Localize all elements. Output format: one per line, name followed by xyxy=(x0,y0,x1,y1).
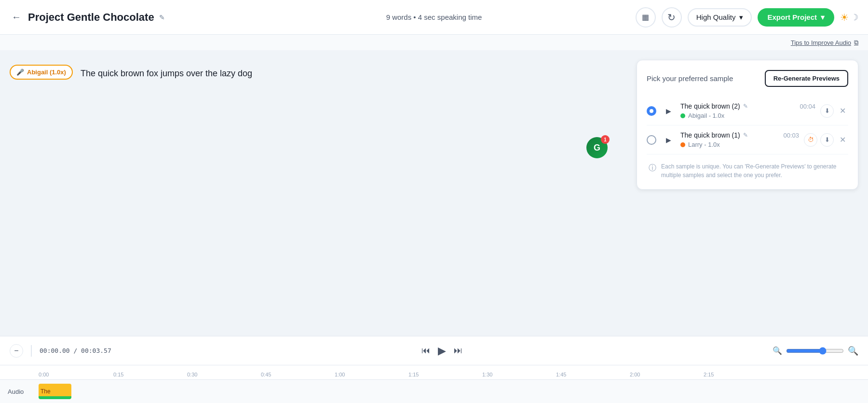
zoom-out-icon[interactable]: 🔍 xyxy=(773,346,782,355)
header-right: ▦ ↻ High Quality ▾ Export Project ▾ ☀ ☽ xyxy=(581,7,858,28)
info-icon: ⓘ xyxy=(649,163,656,180)
ruler-mark-145: 1:45 xyxy=(556,372,566,377)
sample-1-edit-icon[interactable]: ✎ xyxy=(743,103,748,110)
ruler-mark-0: 0:00 xyxy=(39,372,49,377)
tips-external-icon: ⧉ xyxy=(854,39,858,46)
timeline-area: 0:00 0:15 0:30 0:45 1:00 1:15 1:30 1:45 … xyxy=(0,365,868,403)
play-icon: ▶ xyxy=(666,107,671,115)
grammarly-label: G xyxy=(594,143,600,153)
zoom-out-button[interactable]: − xyxy=(10,344,23,358)
sample-1-name-row: The quick brown (2) ✎ 00:04 xyxy=(680,102,815,110)
sample-1-voice: Abigail - 1.0x xyxy=(688,112,724,119)
export-button[interactable]: Export Project ▾ xyxy=(758,8,834,27)
sample-1-status-dot xyxy=(680,113,685,118)
close-sample-2-button[interactable]: ✕ xyxy=(837,134,848,146)
sample-2-actions: ⏱ ⬇ ✕ xyxy=(804,133,848,147)
segment-text[interactable]: The quick brown fox jumps over the lazy … xyxy=(81,65,252,81)
ruler-mark-100: 1:00 xyxy=(335,372,345,377)
quality-label: High Quality xyxy=(696,13,736,21)
total-time: 00:03.57 xyxy=(81,347,111,354)
download-icon: ⬇ xyxy=(825,107,830,114)
sun-icon[interactable]: ☀ xyxy=(840,12,849,23)
ruler-mark-15: 0:15 xyxy=(113,372,123,377)
ruler-mark-130: 1:30 xyxy=(482,372,492,377)
theme-toggle[interactable]: ☀ ☽ xyxy=(840,12,858,23)
grammarly-badge[interactable]: G 1 xyxy=(586,137,608,158)
ruler-mark-30: 0:30 xyxy=(187,372,197,377)
playback-bar: − 00:00.00 / 00:03.57 ⏮ ▶ ⏭ 🔍 🔍 xyxy=(0,336,868,365)
playback-controls: ⏮ ▶ ⏭ xyxy=(119,345,765,357)
skip-back-button[interactable]: ⏮ xyxy=(421,346,430,356)
play-icon: ▶ xyxy=(666,136,671,144)
sample-radio-1[interactable] xyxy=(647,106,656,116)
sample-2-info: The quick brown (1) ✎ 00:03 Larry - 1.0x xyxy=(680,131,799,148)
tip-text: Each sample is unique. You can 'Re-Gener… xyxy=(661,162,846,180)
project-title: Project Gentle Chocolate xyxy=(28,11,154,24)
sample-1-duration: 00:04 xyxy=(800,103,815,110)
play-sample-2-button[interactable]: ▶ xyxy=(661,133,676,147)
zoom-controls: 🔍 🔍 xyxy=(773,346,858,356)
export-label: Export Project xyxy=(767,13,817,21)
sample-2-status-dot xyxy=(680,142,685,147)
download-sample-2-button[interactable]: ⬇ xyxy=(820,133,834,147)
refresh-button[interactable]: ↻ xyxy=(662,7,682,28)
sample-panel-header: Pick your preferred sample Re-Generate P… xyxy=(647,70,848,87)
back-button[interactable]: ← xyxy=(10,10,23,25)
clip-progress xyxy=(39,396,71,399)
sample-panel: Pick your preferred sample Re-Generate P… xyxy=(637,60,858,190)
minus-icon: − xyxy=(14,347,18,355)
stats-text: 9 words • 4 sec speaking time xyxy=(386,13,482,21)
time-display: 00:00.00 / 00:03.57 xyxy=(40,347,111,354)
edit-project-icon[interactable]: ✎ xyxy=(159,14,165,21)
header-stats: 9 words • 4 sec speaking time xyxy=(295,13,573,21)
regenerate-button[interactable]: Re-Generate Previews xyxy=(765,70,848,87)
zoom-slider[interactable] xyxy=(786,347,844,355)
export-caret-icon: ▾ xyxy=(821,13,825,22)
ruler-mark-115: 1:15 xyxy=(408,372,419,377)
grammarly-count: 1 xyxy=(601,135,610,144)
sample-2-voice: Larry - 1.0x xyxy=(688,141,720,148)
header: ← Project Gentle Chocolate ✎ 9 words • 4… xyxy=(0,0,868,35)
sample-2-edit-icon[interactable]: ✎ xyxy=(743,132,748,139)
editor-area: 🎤 Abigail (1.0x) The quick brown fox jum… xyxy=(10,60,627,336)
timer-icon: ⏱ xyxy=(808,136,814,143)
sample-panel-title: Pick your preferred sample xyxy=(647,74,733,83)
microphone-icon: 🎤 xyxy=(16,69,24,76)
ruler-mark-200: 2:00 xyxy=(630,372,640,377)
sample-2-duration: 00:03 xyxy=(783,132,799,139)
refresh-icon: ↻ xyxy=(667,12,676,23)
skip-back-icon: ⏮ xyxy=(421,346,430,356)
present-icon: ▦ xyxy=(642,13,649,22)
skip-forward-button[interactable]: ⏭ xyxy=(454,346,462,356)
ruler-mark-45: 0:45 xyxy=(261,372,271,377)
sample-1-actions: ⬇ ✕ xyxy=(820,104,848,118)
close-icon: ✕ xyxy=(840,106,846,115)
quality-dropdown[interactable]: High Quality ▾ xyxy=(688,8,752,27)
download-sample-1-button[interactable]: ⬇ xyxy=(820,104,834,118)
moon-icon[interactable]: ☽ xyxy=(851,12,858,23)
voice-badge[interactable]: 🎤 Abigail (1.0x) xyxy=(10,65,73,80)
tips-link[interactable]: Tips to Improve Audio ⧉ xyxy=(791,39,858,46)
close-icon: ✕ xyxy=(840,135,846,144)
play-sample-1-button[interactable]: ▶ xyxy=(661,104,676,118)
audio-track: Audio The xyxy=(0,380,868,403)
timer-sample-2-button[interactable]: ⏱ xyxy=(804,133,817,147)
chevron-down-icon: ▾ xyxy=(739,13,743,22)
download-icon: ⬇ xyxy=(825,136,830,143)
voice-segment: 🎤 Abigail (1.0x) The quick brown fox jum… xyxy=(10,60,627,85)
close-sample-1-button[interactable]: ✕ xyxy=(837,105,848,117)
present-button[interactable]: ▦ xyxy=(636,7,656,28)
play-pause-button[interactable]: ▶ xyxy=(438,345,446,357)
audio-track-label: Audio xyxy=(0,388,39,395)
audio-clips-area: The xyxy=(39,380,868,403)
sample-1-name: The quick brown (2) xyxy=(680,102,740,110)
play-icon: ▶ xyxy=(438,345,446,357)
sample-radio-2[interactable] xyxy=(647,135,656,145)
zoom-in-icon[interactable]: 🔍 xyxy=(848,346,858,356)
time-separator: / xyxy=(73,347,81,354)
voice-badge-label: Abigail (1.0x) xyxy=(27,69,66,76)
audio-clip[interactable]: The xyxy=(39,384,71,399)
tips-bar: Tips to Improve Audio ⧉ xyxy=(0,35,868,50)
sample-1-info: The quick brown (2) ✎ 00:04 Abigail - 1.… xyxy=(680,102,815,119)
back-icon: ← xyxy=(12,12,21,23)
